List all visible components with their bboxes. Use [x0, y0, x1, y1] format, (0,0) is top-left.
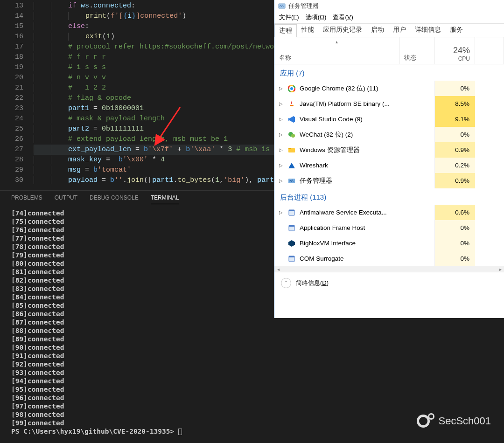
- process-row[interactable]: ▷Antimalware Service Executa...0.6%: [274, 205, 504, 220]
- svg-rect-10: [288, 148, 291, 149]
- code-line[interactable]: # flag & opcode: [34, 93, 291, 104]
- header-name-column[interactable]: ▴ 名称: [274, 37, 399, 64]
- line-number: 14: [0, 11, 23, 21]
- line-number: 24: [0, 114, 23, 124]
- taskmgr-icon: [278, 2, 286, 10]
- process-icon: [287, 224, 296, 232]
- code-line[interactable]: part1 = 0b10000001: [34, 104, 291, 114]
- sort-caret-icon: ▴: [279, 39, 394, 44]
- code-line[interactable]: part2 = 0b11111111: [34, 124, 291, 134]
- code-line[interactable]: msg = b'tomcat': [34, 165, 291, 175]
- expand-icon[interactable]: ▷: [278, 147, 284, 152]
- svg-rect-13: [289, 210, 294, 211]
- wechat-logo-icon: [417, 413, 433, 429]
- expand-icon[interactable]: ▷: [278, 210, 284, 215]
- tm-tab-3[interactable]: 启动: [367, 24, 389, 37]
- panel-tab-problems[interactable]: PROBLEMS: [11, 194, 42, 204]
- process-row[interactable]: ▷任务管理器0.9%: [274, 173, 504, 188]
- terminal-line: [96]connected: [11, 394, 493, 402]
- panel-tab-output[interactable]: OUTPUT: [55, 194, 77, 204]
- process-row[interactable]: ▷Wireshark0.2%: [274, 158, 504, 173]
- code-line[interactable]: # f r r r: [34, 52, 291, 62]
- process-icon: [287, 100, 296, 108]
- expand-icon[interactable]: ▷: [278, 178, 284, 183]
- code-line[interactable]: ext_payload_len = b'\x7f' + b'\xaa' * 3 …: [34, 145, 291, 155]
- expand-icon[interactable]: ▷: [278, 163, 284, 168]
- tm-tab-2[interactable]: 应用历史记录: [319, 24, 367, 37]
- panel-tab-debug-console[interactable]: DEBUG CONSOLE: [90, 194, 139, 204]
- process-icon: [287, 177, 296, 185]
- expand-icon[interactable]: ▷: [278, 132, 284, 137]
- process-row[interactable]: ▷Visual Studio Code (9)9.1%: [274, 111, 504, 127]
- process-name: Google Chrome (32 位) (11): [300, 84, 378, 93]
- process-cpu: 0%: [434, 235, 475, 251]
- code-line[interactable]: # protocol refer https:#sookocheff.com/p…: [34, 42, 291, 52]
- header-cpu-column[interactable]: 24% CPU: [434, 37, 475, 64]
- process-row[interactable]: ▷COM Surrogate0%: [274, 251, 504, 266]
- collapse-icon[interactable]: ˄: [281, 278, 291, 288]
- line-number: 19: [0, 62, 23, 73]
- process-name: Antimalware Service Executa...: [300, 209, 387, 216]
- header-status-column[interactable]: 状态: [399, 37, 434, 64]
- menu-O[interactable]: 选项(O): [306, 13, 327, 21]
- process-name: Visual Studio Code (9): [300, 116, 363, 123]
- process-row[interactable]: ▷Windows 资源管理器0.9%: [274, 142, 504, 158]
- line-number: 18: [0, 52, 23, 62]
- process-cpu: 0%: [434, 81, 475, 96]
- footer-label-text: 简略信息: [296, 279, 320, 286]
- process-cpu: 0.9%: [434, 142, 475, 158]
- expand-icon[interactable]: ▷: [278, 117, 284, 122]
- code-line[interactable]: # i s s s: [34, 62, 291, 73]
- process-row[interactable]: ▷Google Chrome (32 位) (11)0%: [274, 81, 504, 96]
- menu-V[interactable]: 查看(V): [333, 13, 353, 21]
- code-line[interactable]: # n v v v: [34, 73, 291, 83]
- tm-tab-1[interactable]: 性能: [297, 24, 319, 37]
- code-line[interactable]: exit(1): [34, 32, 291, 42]
- process-row[interactable]: ▷Application Frame Host0%: [274, 220, 504, 235]
- line-number: 23: [0, 104, 23, 114]
- expand-icon[interactable]: ▷: [278, 101, 284, 106]
- terminal-line: [88]connected: [11, 326, 493, 335]
- expand-icon[interactable]: ▷: [278, 86, 284, 91]
- taskmgr-body[interactable]: 应用 (7)▷Google Chrome (32 位) (11)0%▷Java(…: [274, 64, 504, 266]
- code-line[interactable]: if ws.connected:: [34, 1, 291, 11]
- process-icon: [287, 239, 296, 248]
- panel-tab-terminal[interactable]: TERMINAL: [151, 194, 179, 204]
- process-row[interactable]: ▷Java(TM) Platform SE binary (...8.5%: [274, 96, 504, 111]
- process-cpu: 0%: [434, 127, 475, 142]
- watermark-text: SecSch001: [438, 415, 491, 427]
- tm-tab-4[interactable]: 用户: [389, 24, 411, 37]
- code-line[interactable]: else:: [34, 21, 291, 32]
- line-number: 17: [0, 42, 23, 52]
- process-cpu: 0.9%: [434, 173, 475, 188]
- scroll-left-icon[interactable]: ◂: [274, 267, 282, 272]
- code-line[interactable]: mask_key = b'\x00' * 4: [34, 155, 291, 165]
- code-line[interactable]: # extend payload length, msb must be 1: [34, 134, 291, 145]
- process-icon: [287, 255, 296, 263]
- footer-label[interactable]: 简略信息(D): [296, 279, 329, 287]
- tm-tab-0[interactable]: 进程: [274, 24, 297, 37]
- header-cpu-percent: 24%: [453, 46, 470, 55]
- process-row[interactable]: ▷BigNoxVM Interface0%: [274, 235, 504, 251]
- code-line[interactable]: print(f'[{i}]connected'): [34, 11, 291, 21]
- process-name: WeChat (32 位) (2): [300, 131, 353, 139]
- process-icon: [287, 115, 296, 124]
- taskmgr-titlebar[interactable]: 任务管理器: [274, 0, 504, 12]
- scroll-right-icon[interactable]: ▸: [497, 267, 504, 272]
- menu-F[interactable]: 文件(F): [279, 13, 299, 21]
- code-line[interactable]: payload = b''.join([part1.to_bytes(1,'bi…: [34, 175, 291, 186]
- tm-tab-5[interactable]: 详细信息: [411, 24, 446, 37]
- taskmgr-hscrollbar[interactable]: ◂ ▸: [274, 266, 504, 272]
- terminal-line: [91]connected: [11, 352, 493, 360]
- line-number: 30: [0, 175, 23, 186]
- code-line[interactable]: # mask & payload length: [34, 114, 291, 124]
- terminal-line: [97]connected: [11, 402, 493, 410]
- code-line[interactable]: # 1 2 2: [34, 83, 291, 93]
- header-name-label: 名称: [279, 54, 394, 62]
- process-row[interactable]: ▷WeChat (32 位) (2)0%: [274, 127, 504, 142]
- code-lines[interactable]: if ws.connected: print(f'[{i}]connected'…: [34, 1, 291, 186]
- tm-tab-6[interactable]: 服务: [446, 24, 468, 37]
- section-title: 应用 (7): [274, 64, 504, 81]
- line-number: 21: [0, 83, 23, 93]
- process-cpu: 0.6%: [434, 205, 475, 220]
